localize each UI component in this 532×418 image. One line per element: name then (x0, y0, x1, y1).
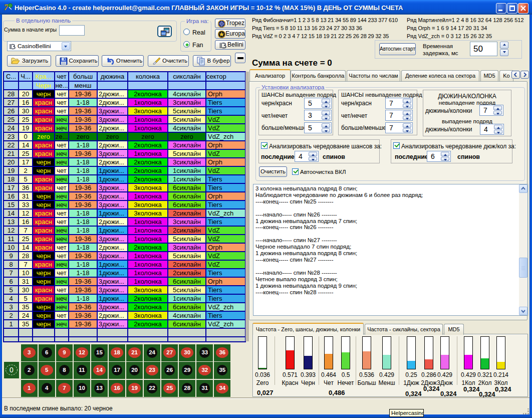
svg-text:0: 0 (10, 366, 14, 374)
svg-text:7: 7 (4, 3, 9, 12)
